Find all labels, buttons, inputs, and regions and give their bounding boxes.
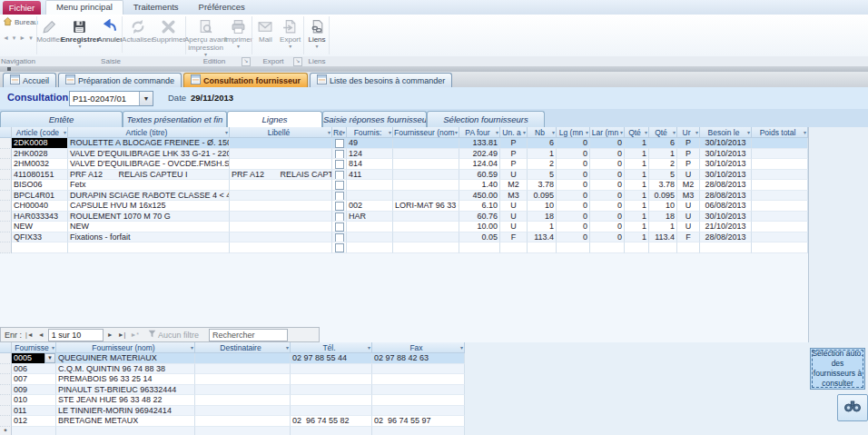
column-header-nom[interactable]: Fournisseur (nom)▾ [56, 342, 195, 353]
tab-saisie-reponses[interactable]: Saisie réponses fournisseurs [322, 111, 427, 127]
select-all-corner[interactable] [0, 342, 12, 353]
cell-besoin_le[interactable]: 30/10/2013 [700, 212, 752, 222]
column-header-nb[interactable]: Nb▾ [528, 127, 557, 138]
cell-nom[interactable]: LE TINNIER-MORIN 96942414 [56, 406, 195, 417]
column-header-qte2[interactable]: Qté▾ [649, 127, 677, 138]
cell-nom[interactable]: STE JEAN HUE 96 33 48 22 [56, 395, 195, 406]
cell-qte2[interactable]: 3.78 [649, 180, 677, 191]
cell-code[interactable]: BPCL4R01 [12, 191, 68, 202]
cell-titre[interactable]: ROULEMENT 1070 M 70 G [68, 212, 230, 222]
tab-accueil[interactable]: Accueil [3, 73, 56, 87]
annuler-button[interactable]: Annuler [98, 15, 122, 44]
cell-besoin_le[interactable]: 28/08/2013 [700, 191, 752, 202]
cell-poids[interactable] [752, 149, 808, 160]
row-selector[interactable] [0, 364, 12, 375]
row-selector[interactable] [0, 353, 12, 364]
cell-code[interactable]: BISO06 [12, 180, 68, 191]
cell-fournisseur_nom[interactable] [393, 191, 459, 202]
cell-qte2[interactable]: 18 [649, 212, 677, 222]
cell-pa_four[interactable]: 1.40 [459, 180, 500, 191]
cell-nom[interactable] [56, 427, 195, 435]
cell-ur[interactable]: M3 [677, 191, 700, 202]
cell-fournis[interactable]: 49 [347, 138, 393, 149]
consultation-combobox[interactable]: P11-02047/01 ▼ [69, 91, 153, 106]
row-selector[interactable] [0, 242, 12, 253]
cell-fournisseur_nom[interactable] [393, 149, 459, 160]
search-input[interactable]: Rechercher [209, 329, 288, 341]
cell-ret[interactable] [332, 138, 347, 149]
dropdown-button[interactable]: ▼ [44, 353, 55, 363]
cell-lar[interactable]: 0 [590, 232, 625, 243]
first-record-button[interactable]: |◄ [25, 331, 35, 338]
cell-besoin_le[interactable]: 30/10/2013 [700, 149, 752, 160]
cell-libelle[interactable] [230, 201, 332, 212]
cell-code[interactable]: 009 [12, 385, 56, 396]
cell-fournisseur_nom[interactable] [393, 180, 459, 191]
supprimer-button[interactable]: Supprimer [153, 15, 184, 44]
cell-dest[interactable] [195, 395, 291, 406]
cell-fournisseur_nom[interactable] [393, 222, 459, 232]
cell-poids[interactable] [752, 138, 808, 149]
cell-pa_four[interactable]: 202.49 [459, 149, 500, 160]
cell-ret[interactable] [332, 222, 347, 232]
cell-lg[interactable]: 0 [557, 212, 590, 222]
cell-un_a[interactable]: U [500, 212, 528, 222]
table-row[interactable]: 011LE TINNIER-MORIN 96942414 [0, 406, 465, 417]
tab-consultation-fournisseur[interactable]: Consultation fournisseur [183, 73, 308, 87]
cell-code[interactable]: 2HK0028 [12, 149, 68, 160]
bureau-button[interactable]: Bureau [3, 16, 37, 28]
cell-un_a[interactable]: P [500, 159, 528, 170]
cell-ur[interactable]: U [677, 170, 700, 181]
cell-poids[interactable] [752, 180, 808, 191]
cell-fournis[interactable]: 411 [347, 170, 393, 181]
cell-titre[interactable]: ROULETTE A BLOCAGE FREINEE - Ø. 150 [68, 138, 230, 149]
table-row[interactable]: QFIX33Fixations - forfait0.05F113.400111… [0, 232, 808, 243]
cell-lg[interactable]: 0 [557, 232, 590, 243]
cell-ur[interactable]: U [677, 201, 700, 212]
row-selector[interactable] [0, 395, 12, 406]
table-row[interactable]: 2DK0008ROULETTE A BLOCAGE FREINEE - Ø. 1… [0, 138, 808, 149]
cell-qte1[interactable]: 1 [625, 149, 649, 160]
new-record-button[interactable]: ►* [129, 331, 140, 338]
cell-libelle[interactable] [230, 232, 332, 243]
cell-qte2[interactable]: 2 [649, 159, 677, 170]
cell-libelle[interactable] [230, 191, 332, 202]
ret-checkbox[interactable] [335, 181, 344, 190]
modifier-button[interactable]: Modifier [37, 15, 62, 44]
ret-checkbox[interactable] [335, 171, 344, 180]
row-selector[interactable] [0, 374, 12, 385]
cell-tel[interactable] [291, 364, 372, 375]
new-record-row[interactable]: * [0, 427, 465, 435]
cell-poids[interactable] [752, 159, 808, 170]
cell-ur[interactable]: U [677, 212, 700, 222]
cell-lg[interactable]: 0 [557, 191, 590, 202]
cell-un_a[interactable]: M3 [500, 191, 528, 202]
cell-libelle[interactable] [230, 222, 332, 232]
ret-checkbox[interactable] [335, 139, 344, 148]
cell-qte2[interactable]: 113.4 [649, 232, 677, 243]
ribbon-tab-traitements[interactable]: Traitements [123, 0, 189, 15]
cell-titre[interactable]: Fixations - forfait [68, 232, 230, 243]
cell-lar[interactable]: 0 [590, 170, 625, 181]
chevron-down-icon[interactable]: ▼ [139, 92, 153, 105]
cell-lar[interactable]: 0 [590, 138, 625, 149]
cell-tel[interactable] [291, 385, 372, 396]
cell-nb[interactable]: 1 [528, 222, 557, 232]
cell-un_a[interactable]: P [500, 138, 528, 149]
cell-fournis[interactable] [347, 232, 393, 243]
dialog-launcher-icon[interactable]: ↘ [242, 57, 251, 66]
cell-qte1[interactable]: 1 [625, 180, 649, 191]
table-row[interactable]: 0005▼QUEGUINER MATERIAUX02 97 88 55 4402… [0, 353, 465, 364]
cell-dest[interactable] [195, 353, 291, 364]
filter-button[interactable]: Aucun filtre [148, 330, 199, 340]
cell-nom[interactable]: PREMABOIS 96 33 25 14 [56, 374, 195, 385]
cell-dest[interactable] [195, 374, 291, 385]
cell-fournis[interactable]: 124 [347, 149, 393, 160]
cell-un_a[interactable]: M2 [500, 180, 528, 191]
cell-code[interactable]: 011 [12, 406, 56, 417]
cell-fournisseur_nom[interactable] [393, 170, 459, 181]
row-selector[interactable] [0, 191, 12, 202]
cell-fax[interactable] [372, 395, 465, 406]
cell-pa_four[interactable]: 133.81 [459, 138, 500, 149]
cell-fax[interactable] [372, 427, 465, 435]
